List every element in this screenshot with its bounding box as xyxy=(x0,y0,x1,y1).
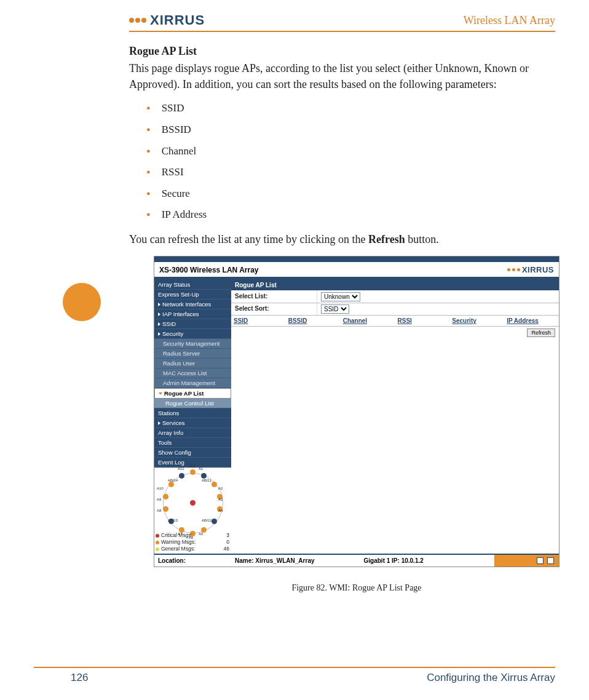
sidebar-item[interactable]: MAC Access List xyxy=(154,368,231,378)
logo-text: XIRRUS xyxy=(150,12,205,28)
screenshot-logo: XIRRUS xyxy=(507,265,554,274)
sidebar-item[interactable]: IAP Interfaces xyxy=(154,309,231,319)
array-diagram: A12 A1 ABG1 A2 A3 A4 ABG2 A5 A6 A7 ABG3 … xyxy=(154,467,231,554)
sidebar-item[interactable]: Express Set-Up xyxy=(154,290,231,300)
sidebar: Array StatusExpress Set-UpNetwork Interf… xyxy=(154,280,231,554)
sidebar-item[interactable]: Security xyxy=(154,329,231,339)
screenshot-footer: Location: Name: Xirrus_WLAN_Array Gigabi… xyxy=(154,554,559,567)
margin-dot-icon xyxy=(63,283,101,321)
select-sort-label: Select Sort: xyxy=(231,303,317,315)
sidebar-item[interactable]: Services xyxy=(154,418,231,428)
col-channel[interactable]: Channel xyxy=(341,316,395,326)
refresh-button[interactable]: Refresh xyxy=(527,328,555,337)
screenshot-title: XS-3900 Wireless LAN Array xyxy=(159,266,259,274)
list-item: BSSID xyxy=(146,122,555,138)
content-title: Rogue AP List xyxy=(231,280,559,291)
select-sort-dropdown[interactable]: SSID xyxy=(321,304,349,314)
sidebar-item[interactable]: Radius User xyxy=(154,359,231,368)
page-footer: 126 Configuring the Xirrus Array xyxy=(34,667,555,684)
page-header: XIRRUS Wireless LAN Array xyxy=(129,12,555,32)
col-ip[interactable]: IP Address xyxy=(504,316,559,326)
bullet-list: SSID BSSID Channel RSSI Secure IP Addres… xyxy=(146,101,555,223)
message-counts: Critical Msgs:3 Warning Msgs:0 General M… xyxy=(156,532,229,552)
col-bssid[interactable]: BSSID xyxy=(286,316,341,326)
footer-tab xyxy=(494,555,559,567)
intro-text: This page displays rogue APs, according … xyxy=(129,60,555,92)
select-list-dropdown[interactable]: Unknown xyxy=(321,292,360,301)
header-title: Wireless LAN Array xyxy=(464,14,555,27)
sidebar-item[interactable]: Array Status xyxy=(154,280,231,290)
sidebar-item[interactable]: Security Management xyxy=(154,339,231,349)
print-icon[interactable] xyxy=(537,557,544,564)
section-title: Rogue AP List xyxy=(129,43,555,59)
save-icon[interactable] xyxy=(547,557,554,564)
list-item: RSSI xyxy=(146,165,555,180)
sidebar-item[interactable]: Array Info xyxy=(154,428,231,438)
sidebar-item[interactable]: Show Config xyxy=(154,448,231,458)
sidebar-item[interactable]: SSID xyxy=(154,319,231,329)
refresh-sentence: You can refresh the list at any time by … xyxy=(129,231,555,247)
sidebar-item[interactable]: Tools xyxy=(154,438,231,448)
logo: XIRRUS xyxy=(129,12,205,28)
list-item: Channel xyxy=(146,144,555,159)
col-security[interactable]: Security xyxy=(449,316,504,326)
sidebar-item[interactable]: Stations xyxy=(154,408,231,418)
figure-caption: Figure 82. WMI: Rogue AP List Page xyxy=(154,583,559,593)
footer-text: Configuring the Xirrus Array xyxy=(427,672,555,684)
sidebar-item[interactable]: Rogue AP List xyxy=(154,388,231,399)
list-item: IP Address xyxy=(146,207,555,223)
col-rssi[interactable]: RSSI xyxy=(395,316,449,326)
footer-location: Location: xyxy=(158,557,186,564)
sidebar-item[interactable]: Network Interfaces xyxy=(154,300,231,309)
select-list-label: Select List: xyxy=(231,291,317,303)
sidebar-item[interactable]: Admin Management xyxy=(154,378,231,388)
col-ssid[interactable]: SSID xyxy=(231,316,286,326)
sidebar-item[interactable]: Radius Server xyxy=(154,349,231,359)
list-item: SSID xyxy=(146,101,555,116)
list-item: Secure xyxy=(146,186,555,202)
table-header: SSID BSSID Channel RSSI Security IP Addr… xyxy=(231,316,559,327)
sidebar-item[interactable]: Rogue Control List xyxy=(154,399,231,408)
page-number: 126 xyxy=(71,672,88,684)
figure: XS-3900 Wireless LAN Array XIRRUS Array … xyxy=(154,256,559,593)
